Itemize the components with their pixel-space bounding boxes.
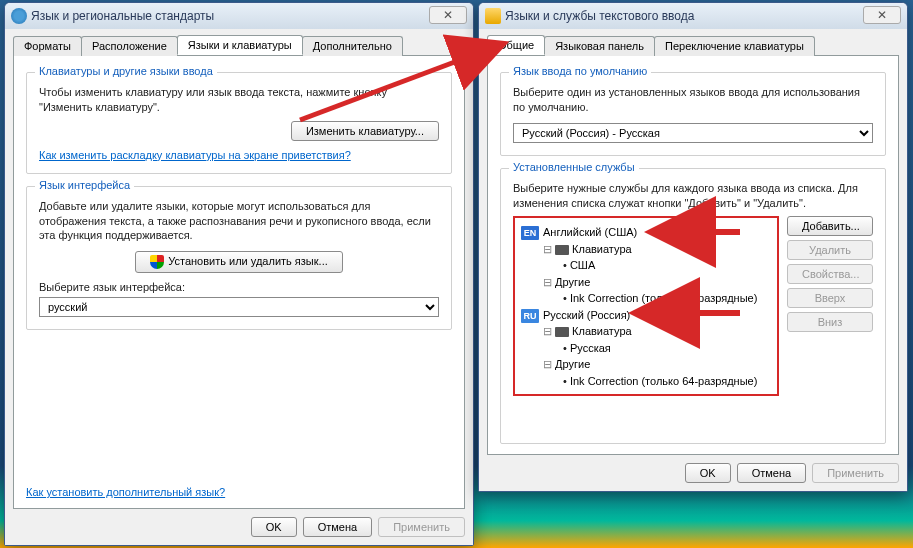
en-badge-icon: EN	[521, 226, 539, 240]
services-desc: Выберите нужные службы для каждого языка…	[513, 181, 873, 211]
tab-strip: Форматы Расположение Языки и клавиатуры …	[13, 35, 465, 55]
ok-button[interactable]: OK	[251, 517, 297, 537]
folder-icon	[485, 8, 501, 24]
services-tree[interactable]: ENАнглийский (США) Клавиатура США Другие…	[513, 216, 779, 396]
text-services-window: Языки и службы текстового ввода ✕ Общие …	[478, 2, 908, 492]
remove-button[interactable]: Удалить	[787, 240, 873, 260]
region-language-window: Язык и региональные стандарты ✕ Форматы …	[4, 2, 474, 546]
change-keyboard-button[interactable]: Изменить клавиатуру...	[291, 121, 439, 141]
groupbox-title: Язык ввода по умолчанию	[509, 65, 651, 77]
shield-icon	[150, 255, 164, 269]
tab-panel: Язык ввода по умолчанию Выберите один из…	[487, 55, 899, 455]
keyboards-desc: Чтобы изменить клавиатуру или язык ввода…	[39, 85, 439, 115]
tree-keyboard-node[interactable]: Клавиатура	[521, 241, 771, 258]
move-up-button[interactable]: Вверх	[787, 288, 873, 308]
tree-keyboard-node[interactable]: Клавиатура	[521, 323, 771, 340]
add-button[interactable]: Добавить...	[787, 216, 873, 236]
tree-ink-en[interactable]: Ink Correction (только 64-разрядные)	[521, 290, 771, 307]
window-title: Язык и региональные стандарты	[31, 9, 214, 23]
tab-language-bar[interactable]: Языковая панель	[544, 36, 655, 56]
tree-ink-ru[interactable]: Ink Correction (только 64-разрядные)	[521, 373, 771, 390]
tab-keyboard-switching[interactable]: Переключение клавиатуры	[654, 36, 815, 56]
dialog-buttons: OK Отмена Применить	[487, 455, 899, 483]
tree-layout-en[interactable]: США	[521, 257, 771, 274]
keyboards-groupbox: Клавиатуры и другие языки ввода Чтобы из…	[26, 72, 452, 174]
ok-button[interactable]: OK	[685, 463, 731, 483]
dialog-buttons: OK Отмена Применить	[13, 509, 465, 537]
apply-button[interactable]: Применить	[812, 463, 899, 483]
tab-keyboards-languages[interactable]: Языки и клавиатуры	[177, 35, 303, 55]
cancel-button[interactable]: Отмена	[737, 463, 806, 483]
install-additional-language-link[interactable]: Как установить дополнительный язык?	[26, 486, 225, 498]
tree-lang-ru[interactable]: RUРусский (Россия)	[521, 307, 771, 324]
groupbox-title: Установленные службы	[509, 161, 639, 173]
install-uninstall-language-button[interactable]: Установить или удалить язык...	[135, 251, 343, 273]
tree-other-node[interactable]: Другие	[521, 356, 771, 373]
tab-general[interactable]: Общие	[487, 35, 545, 55]
ru-badge-icon: RU	[521, 309, 539, 323]
titlebar[interactable]: Языки и службы текстового ввода ✕	[479, 3, 907, 29]
tab-location[interactable]: Расположение	[81, 36, 178, 56]
close-button[interactable]: ✕	[429, 6, 467, 24]
tab-panel: Клавиатуры и другие языки ввода Чтобы из…	[13, 55, 465, 509]
welcome-layout-link[interactable]: Как изменить раскладку клавиатуры на экр…	[39, 149, 351, 161]
keyboard-icon	[555, 245, 569, 255]
groupbox-title: Клавиатуры и другие языки ввода	[35, 65, 217, 77]
groupbox-title: Язык интерфейса	[35, 179, 134, 191]
titlebar[interactable]: Язык и региональные стандарты ✕	[5, 3, 473, 29]
close-button[interactable]: ✕	[863, 6, 901, 24]
tab-advanced[interactable]: Дополнительно	[302, 36, 403, 56]
tree-lang-en[interactable]: ENАнглийский (США)	[521, 224, 771, 241]
move-down-button[interactable]: Вниз	[787, 312, 873, 332]
select-ui-lang-label: Выберите язык интерфейса:	[39, 281, 439, 293]
default-input-desc: Выберите один из установленных языков вв…	[513, 85, 873, 115]
properties-button[interactable]: Свойства...	[787, 264, 873, 284]
tree-layout-ru[interactable]: Русская	[521, 340, 771, 357]
globe-icon	[11, 8, 27, 24]
ui-language-desc: Добавьте или удалите языки, которые могу…	[39, 199, 439, 244]
apply-button[interactable]: Применить	[378, 517, 465, 537]
default-input-groupbox: Язык ввода по умолчанию Выберите один из…	[500, 72, 886, 156]
ui-language-select[interactable]: русский	[39, 297, 439, 317]
tab-formats[interactable]: Форматы	[13, 36, 82, 56]
default-input-select[interactable]: Русский (Россия) - Русская	[513, 123, 873, 143]
services-side-buttons: Добавить... Удалить Свойства... Вверх Вн…	[787, 216, 873, 396]
cancel-button[interactable]: Отмена	[303, 517, 372, 537]
window-title: Языки и службы текстового ввода	[505, 9, 694, 23]
tree-other-node[interactable]: Другие	[521, 274, 771, 291]
ui-language-groupbox: Язык интерфейса Добавьте или удалите язы…	[26, 186, 452, 331]
tab-strip: Общие Языковая панель Переключение клави…	[487, 35, 899, 55]
installed-services-groupbox: Установленные службы Выберите нужные слу…	[500, 168, 886, 444]
keyboard-icon	[555, 327, 569, 337]
